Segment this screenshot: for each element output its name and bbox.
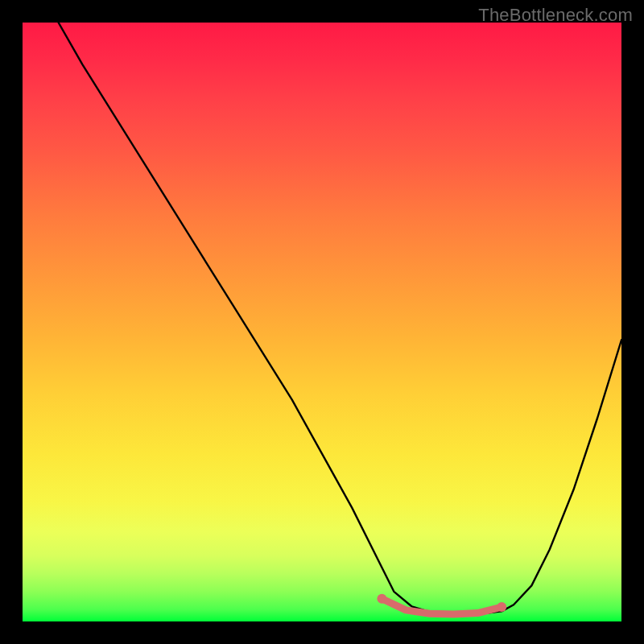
optimal-range-segment [382, 599, 502, 614]
chart-svg [23, 23, 621, 621]
optimal-range-start-dot [377, 594, 386, 604]
bottleneck-curve [59, 23, 621, 614]
watermark: TheBottleneck.com [478, 5, 633, 26]
chart-frame: TheBottleneck.com [0, 0, 644, 644]
optimal-range-end-dot [497, 602, 506, 612]
plot-area [23, 23, 621, 621]
